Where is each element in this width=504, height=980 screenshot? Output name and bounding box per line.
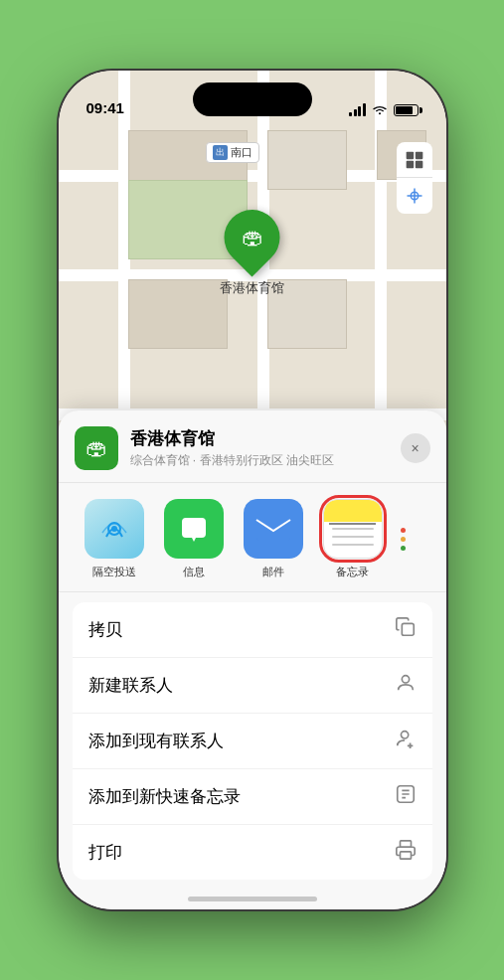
status-icons [349,103,419,116]
venue-info: 香港体育馆 综合体育馆 · 香港特别行政区 油尖旺区 [130,427,401,469]
copy-icon [395,616,417,643]
action-quick-note-label: 添加到新快速备忘录 [88,785,241,808]
action-quick-note[interactable]: 添加到新快速备忘录 [73,768,432,824]
print-icon [395,839,417,866]
pin-label: 香港体育馆 [220,279,284,297]
mail-label: 邮件 [262,565,284,579]
action-copy-label: 拷贝 [88,618,122,641]
share-message[interactable]: 信息 [154,499,234,579]
svg-rect-0 [406,151,414,159]
venue-icon: 🏟 [75,426,118,470]
bottom-sheet: 🏟 香港体育馆 综合体育馆 · 香港特别行政区 油尖旺区 × [59,410,446,909]
battery-icon [394,104,419,116]
notes-icon [323,499,383,559]
share-notes[interactable]: 备忘录 [313,499,393,579]
share-airdrop[interactable]: 隔空投送 [75,499,154,579]
venue-desc: 综合体育馆 · 香港特别行政区 油尖旺区 [130,452,401,469]
message-icon [164,499,224,559]
phone-frame: 09:41 [59,71,446,909]
share-row: 隔空投送 信息 [59,483,446,592]
wifi-icon [372,104,388,116]
new-contact-icon [395,672,417,699]
svg-rect-7 [402,623,414,635]
action-list: 拷贝 新建联系人 [73,602,432,880]
message-label: 信息 [183,565,205,579]
add-existing-icon [395,728,417,754]
map-view-button[interactable] [397,142,432,178]
svg-rect-12 [400,852,411,859]
svg-rect-2 [406,160,414,168]
action-new-contact-label: 新建联系人 [88,674,173,697]
signal-bars-icon [349,103,366,116]
svg-rect-3 [415,160,422,168]
action-add-existing-label: 添加到现有联系人 [88,730,224,752]
venue-header: 🏟 香港体育馆 综合体育馆 · 香港特别行政区 油尖旺区 × [59,410,446,483]
more-dots [401,528,406,551]
airdrop-icon [84,499,144,559]
notes-label: 备忘录 [336,565,369,579]
close-button[interactable]: × [401,433,430,463]
action-copy[interactable]: 拷贝 [73,602,432,657]
venue-name: 香港体育馆 [130,427,401,450]
home-indicator [188,897,317,901]
mail-icon [244,499,303,559]
map-label-exit-icon: 出 [213,145,228,160]
svg-point-5 [111,526,117,532]
action-add-existing[interactable]: 添加到现有联系人 [73,713,432,768]
map-controls[interactable] [397,142,432,214]
map-label: 出 南口 [206,142,259,163]
location-button[interactable] [397,178,432,214]
svg-rect-1 [415,151,422,159]
status-time: 09:41 [86,99,124,116]
pin-icon: 🏟 [213,198,291,276]
dynamic-island [193,82,312,116]
svg-point-9 [401,732,408,738]
share-mail[interactable]: 邮件 [234,499,313,579]
map-label-text: 南口 [231,145,252,160]
svg-rect-11 [400,841,411,847]
location-pin: 🏟 香港体育馆 [220,210,284,297]
phone-screen: 09:41 [59,71,446,909]
action-new-contact[interactable]: 新建联系人 [73,657,432,713]
airdrop-label: 隔空投送 [92,565,136,579]
action-print-label: 打印 [88,841,122,864]
svg-point-8 [402,676,409,683]
quick-note-icon [395,783,417,810]
action-print[interactable]: 打印 [73,824,432,880]
svg-rect-6 [256,517,290,541]
more-indicator[interactable] [393,499,414,579]
